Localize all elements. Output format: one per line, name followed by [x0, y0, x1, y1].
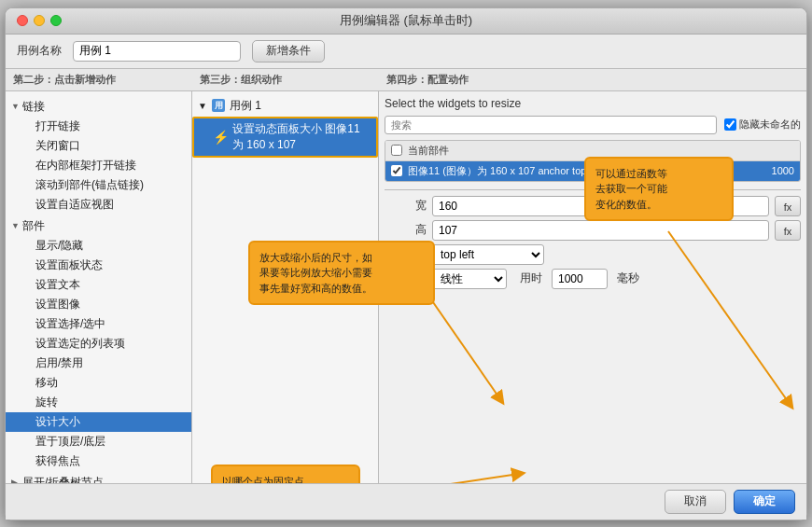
- animation-select[interactable]: 线性: [432, 269, 507, 289]
- height-label: 高: [385, 222, 427, 238]
- action-enable-disable[interactable]: 启用/禁用: [6, 354, 191, 373]
- bottom-bar: 取消 确定: [6, 483, 806, 520]
- header-label: 当前部件: [408, 144, 794, 158]
- step3-group-label[interactable]: ▼ 用 用例 1: [192, 95, 378, 117]
- tree-nodes-arrow: ▶: [11, 478, 22, 483]
- height-row: 高 fx: [385, 220, 801, 241]
- widget-row-value: 1000: [757, 165, 794, 176]
- action-set-selection[interactable]: 设置选择/选中: [6, 314, 191, 334]
- widgets-arrow: ▼: [11, 221, 22, 230]
- ok-button[interactable]: 确定: [734, 490, 795, 514]
- bolt-icon: ⚡: [213, 130, 229, 145]
- anchor-label: Anchor: [385, 248, 427, 261]
- step4-panel: Select the widgets to resize 隐藏未命名的 当前部件…: [379, 91, 806, 483]
- step3-panel: ▼ 用 用例 1 ⚡ 设置动态面板大小 图像11 为 160 x 107: [192, 91, 379, 483]
- group-icon: 用: [211, 98, 226, 113]
- width-label: 宽: [385, 198, 427, 214]
- widget-row-checkbox[interactable]: [391, 165, 402, 176]
- action-set-adaptive-view[interactable]: 设置自适应视图: [6, 195, 191, 215]
- action-set-image[interactable]: 设置图像: [6, 295, 191, 314]
- main-content: ▼ 链接 打开链接 关闭窗口 在内部框架打开链接 滚动到部件(锚点链接) 设置自…: [6, 91, 806, 483]
- action-open-inline-frame[interactable]: 在内部框架打开链接: [6, 156, 191, 175]
- widget-row-label: 图像11 (图像）为 160 x 107 anchor top left 线性: [408, 164, 751, 178]
- step4-header: 第四步：配置动作: [379, 72, 806, 88]
- close-button[interactable]: [17, 15, 28, 26]
- time-unit: 毫秒: [617, 270, 639, 286]
- widget-list-header: 当前部件: [385, 141, 800, 161]
- action-open-link[interactable]: 打开链接: [6, 117, 191, 136]
- main-window: 用例编辑器 (鼠标单击时) 用例名称 新增条件 第二步：点击新增动作 第三步：组…: [5, 7, 807, 520]
- height-fx-button[interactable]: fx: [775, 220, 801, 241]
- width-row: 宽 fx: [385, 196, 801, 216]
- animation-label: 动画: [385, 270, 427, 286]
- action-move[interactable]: 移动: [6, 373, 191, 393]
- widget-list-row[interactable]: 图像11 (图像）为 160 x 107 anchor top left 线性 …: [385, 161, 800, 181]
- form-section: 宽 fx 高 fx Anchor top left top center top…: [385, 189, 801, 289]
- svg-text:用: 用: [213, 101, 222, 110]
- case-name-label: 用例名称: [17, 43, 62, 59]
- step3-action-label: 设置动态面板大小 图像11 为 160 x 107: [232, 121, 371, 153]
- step4-title: Select the widgets to resize: [385, 97, 801, 110]
- anchor-select[interactable]: top left top center top right center lef…: [432, 244, 544, 265]
- step-headers-row: 第二步：点击新增动作 第三步：组织动作 第四步：配置动作: [6, 69, 806, 91]
- header-checkbox[interactable]: [391, 145, 402, 156]
- section-widgets[interactable]: ▼ 部件: [6, 215, 191, 236]
- action-set-selected-list[interactable]: 设置选定的列表项: [6, 334, 191, 354]
- step3-action-item[interactable]: ⚡ 设置动态面板大小 图像11 为 160 x 107: [192, 117, 378, 158]
- add-condition-button[interactable]: 新增条件: [252, 40, 325, 62]
- width-fx-button[interactable]: fx: [775, 196, 801, 216]
- hide-unnamed-label[interactable]: 隐藏未命名的: [724, 118, 801, 132]
- height-input[interactable]: [432, 220, 769, 241]
- section-tree-nodes[interactable]: ▶ 展开/折叠树节点: [6, 471, 191, 483]
- window-title: 用例编辑器 (鼠标单击时): [340, 12, 472, 29]
- traffic-lights: [17, 15, 62, 26]
- links-label: 链接: [22, 99, 45, 115]
- case-name-input[interactable]: [73, 41, 241, 62]
- action-close-window[interactable]: 关闭窗口: [6, 136, 191, 156]
- action-set-panel-state[interactable]: 设置面板状态: [6, 256, 191, 275]
- time-label: 用时: [520, 270, 542, 286]
- hide-unnamed-checkbox[interactable]: [724, 118, 736, 131]
- search-row: 隐藏未命名的: [385, 116, 801, 134]
- minimize-button[interactable]: [34, 15, 45, 26]
- width-input[interactable]: [432, 196, 769, 216]
- tree-nodes-label: 展开/折叠树节点: [22, 475, 104, 483]
- action-scroll-to-widget[interactable]: 滚动到部件(锚点链接): [6, 175, 191, 195]
- anchor-row: Anchor top left top center top right cen…: [385, 244, 801, 265]
- step2-panel: ▼ 链接 打开链接 关闭窗口 在内部框架打开链接 滚动到部件(锚点链接) 设置自…: [6, 91, 192, 483]
- search-input[interactable]: [385, 116, 717, 134]
- section-links[interactable]: ▼ 链接: [6, 95, 191, 117]
- action-rotate[interactable]: 旋转: [6, 393, 191, 412]
- step2-header: 第二步：点击新增动作: [6, 72, 192, 88]
- toolbar: 用例名称 新增条件: [6, 35, 806, 69]
- action-show-hide[interactable]: 显示/隐藏: [6, 236, 191, 256]
- action-design-size[interactable]: 设计大小: [6, 412, 191, 432]
- action-focus[interactable]: 获得焦点: [6, 451, 191, 471]
- cancel-button[interactable]: 取消: [665, 490, 726, 514]
- animation-row: 动画 线性 用时 毫秒: [385, 269, 801, 289]
- maximize-button[interactable]: [50, 15, 62, 26]
- links-arrow: ▼: [11, 102, 22, 111]
- widgets-label: 部件: [22, 218, 45, 234]
- step3-header: 第三步：组织动作: [192, 72, 379, 88]
- title-bar: 用例编辑器 (鼠标单击时): [6, 8, 806, 35]
- widget-list: 当前部件 图像11 (图像）为 160 x 107 anchor top lef…: [385, 140, 801, 182]
- action-bring-to-front[interactable]: 置于顶层/底层: [6, 432, 191, 451]
- time-input[interactable]: [552, 269, 608, 289]
- action-set-text[interactable]: 设置文本: [6, 275, 191, 295]
